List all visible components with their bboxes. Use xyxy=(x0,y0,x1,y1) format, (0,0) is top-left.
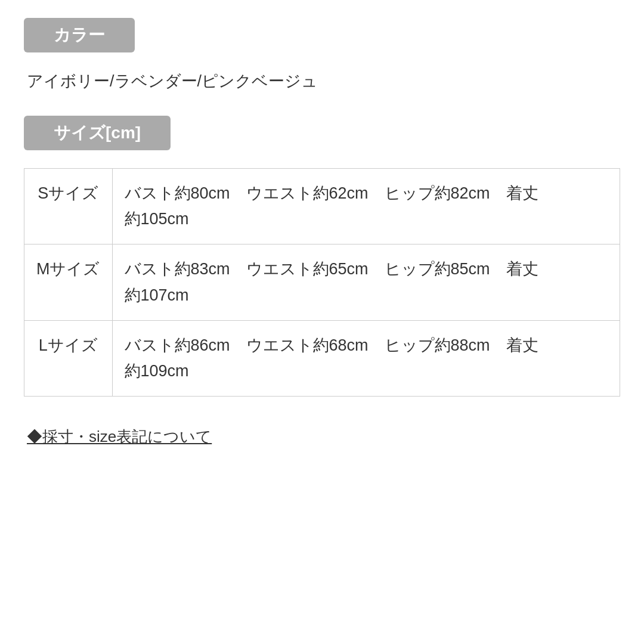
table-row: Mサイズ バスト約83cm ウエスト約65cm ヒップ約85cm 着丈 約107… xyxy=(24,244,620,320)
size-detail-m: バスト約83cm ウエスト約65cm ヒップ約85cm 着丈 約107cm xyxy=(112,244,620,320)
size-table: Sサイズ バスト約80cm ウエスト約62cm ヒップ約82cm 着丈 約105… xyxy=(24,168,620,397)
page-container: カラー アイボリー/ラベンダー/ピンクベージュ サイズ[cm] Sサイズ バスト… xyxy=(0,0,644,644)
footer-link-container: ◆採寸・size表記について xyxy=(24,426,620,447)
color-section: カラー アイボリー/ラベンダー/ピンクベージュ xyxy=(24,18,620,92)
size-section-header: サイズ[cm] xyxy=(24,116,171,150)
size-section: サイズ[cm] Sサイズ バスト約80cm ウエスト約62cm ヒップ約82cm… xyxy=(24,116,620,397)
table-row: Lサイズ バスト約86cm ウエスト約68cm ヒップ約88cm 着丈 約109… xyxy=(24,320,620,396)
content-area: カラー アイボリー/ラベンダー/ピンクベージュ サイズ[cm] Sサイズ バスト… xyxy=(0,0,644,644)
size-info-link[interactable]: ◆採寸・size表記について xyxy=(27,428,212,445)
color-value: アイボリー/ラベンダー/ピンクベージュ xyxy=(24,70,620,92)
size-label-l: Lサイズ xyxy=(24,320,113,396)
size-label-m: Mサイズ xyxy=(24,244,113,320)
table-row: Sサイズ バスト約80cm ウエスト約62cm ヒップ約82cm 着丈 約105… xyxy=(24,169,620,244)
color-section-header: カラー xyxy=(24,18,135,52)
size-detail-s: バスト約80cm ウエスト約62cm ヒップ約82cm 着丈 約105cm xyxy=(112,169,620,244)
size-label-s: Sサイズ xyxy=(24,169,113,244)
size-detail-l: バスト約86cm ウエスト約68cm ヒップ約88cm 着丈 約109cm xyxy=(112,320,620,396)
